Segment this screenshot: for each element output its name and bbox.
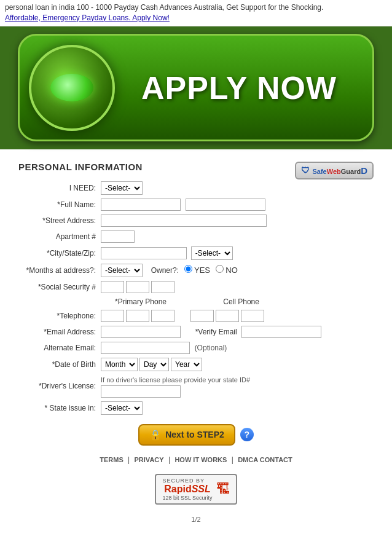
primary-phone-2[interactable] (126, 310, 149, 322)
alt-email-input[interactable] (101, 342, 190, 354)
months-owner-cell: -Select- Owner?: YES NO (98, 262, 374, 279)
footer-links: TERMS | PRIVACY | HOW IT WORKS | DMCA CO… (18, 451, 374, 469)
cell-phone-3[interactable] (241, 310, 264, 322)
optional-text: (Optional) (195, 344, 227, 352)
telephone-row: *Telephone: (18, 308, 374, 324)
apartment-row: Apartment # (18, 229, 374, 245)
i-need-label: I NEED: (18, 179, 98, 197)
last-name-input[interactable] (186, 199, 265, 211)
ssl-badge-area: SECURED BY RapidSSL 128 bit SSL Security… (18, 469, 374, 512)
ssn-group (101, 281, 371, 293)
street-address-row: *Street Address: (18, 213, 374, 229)
next-step-button[interactable]: 🔒 Next to STEP2 (138, 424, 235, 446)
alt-email-row: Alternate Email: (Optional) (18, 340, 374, 356)
owner-yes-group: YES (184, 266, 213, 275)
banner-apply-now-text[interactable]: APPLY NOW (118, 69, 372, 106)
apartment-input[interactable] (101, 230, 135, 243)
owner-yes-radio[interactable] (184, 265, 192, 273)
primary-phone-3[interactable] (151, 310, 174, 322)
city-input[interactable] (101, 247, 187, 259)
ad-bar: personal loan in india 100 - 1000 Payday… (0, 0, 392, 26)
street-address-label: *Street Address: (18, 213, 98, 229)
day-select[interactable]: Day (139, 358, 169, 371)
how-it-works-link[interactable]: HOW IT WORKS (174, 456, 227, 463)
no-label: NO (225, 266, 238, 275)
verify-email-input[interactable] (241, 326, 321, 338)
ssn-input-3[interactable] (151, 281, 174, 293)
phone-header-spacer (18, 295, 98, 308)
first-name-input[interactable] (101, 199, 181, 211)
cell-phone-header: Cell Phone (202, 297, 281, 306)
next-btn-label: Next to STEP2 (165, 430, 224, 439)
owner-label: Owner?: (151, 266, 179, 275)
lock-icon: 🔒 (149, 429, 162, 441)
year-select[interactable]: Year (171, 358, 202, 371)
safe-web-guard-badge: 🛡 SafeWebGuardD (295, 162, 374, 179)
state-issue-label: * State issue in: (18, 400, 98, 417)
ssn-input-2[interactable] (126, 281, 149, 293)
owner-no-radio[interactable] (216, 265, 224, 273)
telephone-label: *Telephone: (18, 308, 98, 324)
ssl-security-text: 128 bit SSL Security (162, 495, 212, 501)
ssl-text-block: SECURED BY RapidSSL 128 bit SSL Security (162, 478, 212, 501)
drivers-license-cell: If no driver's license please provide yo… (98, 373, 374, 400)
dmca-link[interactable]: DMCA CONTACT (238, 456, 292, 463)
privacy-link[interactable]: PRIVACY (135, 456, 164, 463)
drivers-license-input[interactable] (101, 385, 181, 398)
primary-phone-1[interactable] (101, 310, 124, 322)
city-state-zip-cell: -Select- (98, 245, 374, 262)
terms-link[interactable]: TERMS (100, 456, 123, 463)
i-need-select[interactable]: -Select- (101, 181, 143, 195)
apartment-label: Apartment # (18, 229, 98, 245)
telephone-cell (98, 308, 374, 324)
ssn-cell (98, 279, 374, 295)
dob-label: *Date of Birth (18, 356, 98, 373)
i-need-cell: -Select- (98, 179, 374, 197)
state-issue-row: * State issue in: -Select- (18, 400, 374, 417)
ssn-input-1[interactable] (101, 281, 124, 293)
state-issue-select[interactable]: -Select- (101, 401, 143, 415)
banner-area: APPLY NOW (0, 26, 392, 149)
phone-header-row: *Primary Phone Cell Phone (18, 295, 374, 308)
primary-phone-header: *Primary Phone (101, 297, 181, 306)
separator-3: | (232, 455, 235, 464)
dob-row: *Date of Birth Month Day Year (18, 356, 374, 373)
apartment-cell (98, 229, 374, 245)
separator-1: | (128, 455, 131, 464)
ssn-label: *Social Security # (18, 279, 98, 295)
verify-email-label: *Verify Email (195, 328, 237, 336)
state-issue-cell: -Select- (98, 400, 374, 417)
full-name-label: *Full Name: (18, 197, 98, 213)
help-icon[interactable]: ? (240, 428, 254, 441)
ssl-shield-icon: 🏗 (216, 481, 230, 497)
city-state-zip-label: *City/State/Zip: (18, 245, 98, 262)
shield-icon: 🛡 (301, 165, 310, 175)
banner-circle-inner (50, 74, 93, 101)
street-address-input[interactable] (101, 215, 267, 227)
ssn-row: *Social Security # (18, 279, 374, 295)
telephone-inputs (101, 310, 371, 322)
ad-text: personal loan in india 100 - 1000 Payday… (5, 3, 323, 12)
separator-2: | (168, 455, 172, 464)
ssl-content: SECURED BY RapidSSL 128 bit SSL Security… (162, 478, 229, 501)
form-table: I NEED: -Select- *Full Name: *Street Add… (18, 179, 374, 417)
state-select[interactable]: -Select- (191, 246, 233, 260)
email-label: *Email Address: (18, 324, 98, 340)
owner-no-group: NO (216, 266, 238, 275)
drivers-license-row: *Driver's License: If no driver's licens… (18, 373, 374, 400)
phone-headers-cell: *Primary Phone Cell Phone (98, 295, 374, 308)
alt-email-cell: (Optional) (98, 340, 374, 356)
alt-email-label: Alternate Email: (18, 340, 98, 356)
full-name-cell (98, 197, 374, 213)
drivers-license-label: *Driver's License: (18, 373, 98, 400)
ad-link[interactable]: Affordable, Emergency Payday Loans. Appl… (5, 14, 170, 22)
street-address-cell (98, 213, 374, 229)
month-select[interactable]: Month (101, 358, 138, 371)
cell-phone-2[interactable] (216, 310, 239, 322)
primary-email-input[interactable] (101, 326, 181, 338)
next-btn-row: 🔒 Next to STEP2 ? (18, 417, 374, 451)
months-select[interactable]: -Select- (101, 264, 143, 277)
cell-phone-1[interactable] (190, 310, 214, 322)
drivers-license-note: If no driver's license please provide yo… (101, 376, 250, 384)
ssl-inner: SECURED BY RapidSSL 128 bit SSL Security… (155, 474, 237, 505)
